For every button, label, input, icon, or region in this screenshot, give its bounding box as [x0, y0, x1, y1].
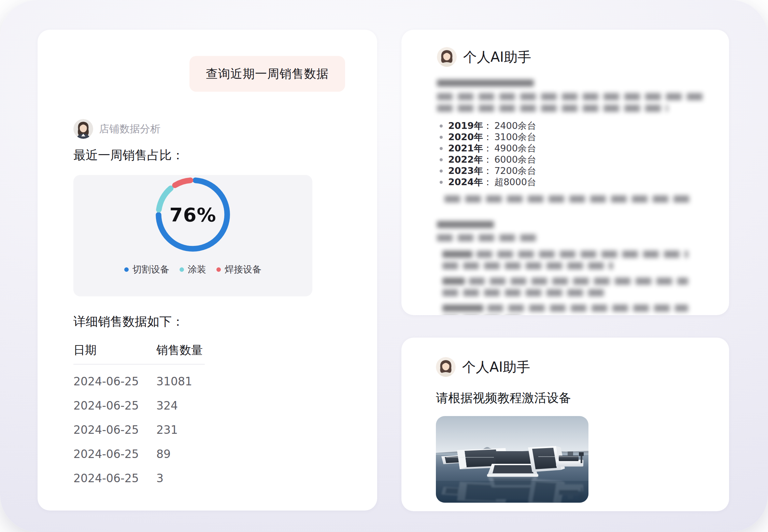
table-cell: 2024-06-25	[73, 472, 156, 485]
legend-label: 涂装	[188, 263, 206, 276]
table-row: 2024-06-25231	[73, 418, 345, 442]
blurred-text-chunk	[437, 105, 668, 112]
blurred-text-line	[442, 289, 609, 296]
year-list-item: 2024年：超8000台	[440, 177, 709, 188]
assistant-message: 请根据视频教程激活设备	[436, 390, 709, 407]
sales-table-header: 日期销售数量	[73, 342, 345, 358]
blurred-text-chunk	[469, 278, 688, 285]
blurred-text-chunk	[442, 289, 609, 296]
year-value: 6000余台	[494, 153, 536, 166]
table-row: 2024-06-2531081	[73, 369, 345, 394]
year-separator: ：	[483, 153, 492, 166]
year-list-item: 2023年：7200余台	[440, 165, 709, 176]
bullet-dot	[440, 147, 443, 150]
legend-dot	[124, 267, 129, 272]
bullet-dot	[440, 169, 443, 173]
table-section-title: 详细销售数据如下：	[73, 313, 345, 330]
ai-assistant-panel: 个人AI助手 2019年：2400余台2020年：3100余台2021年：490…	[401, 30, 729, 315]
blurred-text-line	[437, 105, 668, 112]
legend-item: 焊接设备	[216, 263, 261, 276]
share-section-title: 最近一周销售占比：	[73, 147, 345, 164]
legend-item: 涂装	[180, 263, 206, 276]
store-analysis-panel: 查询近期一周销售数据 店铺数据分析 最近一周销售占比：	[38, 30, 377, 511]
blurred-text-line	[442, 305, 688, 312]
assistant-header: 个人AI助手	[437, 47, 709, 67]
agent-name: 店铺数据分析	[99, 122, 160, 136]
year-list-item: 2021年：4900余台	[440, 143, 709, 154]
blurred-text-line	[442, 278, 688, 285]
legend-label: 焊接设备	[225, 263, 261, 276]
blurred-bold-chunk	[437, 221, 494, 228]
table-row: 2024-06-25324	[73, 394, 345, 418]
sales-table-body: 2024-06-25310812024-06-253242024-06-2523…	[73, 369, 345, 490]
year-label: 2022年	[448, 153, 483, 166]
blurred-text-chunk	[442, 262, 613, 269]
yearly-sales-list: 2019年：2400余台2020年：3100余台2021年：4900余台2022…	[437, 120, 709, 188]
table-cell: 2024-06-25	[73, 399, 156, 412]
assistant-header: 个人AI助手	[436, 357, 709, 377]
table-cell: 231	[156, 423, 345, 437]
table-cell: 89	[156, 447, 345, 461]
year-separator: ：	[483, 176, 492, 188]
user-message-bubble: 查询近期一周销售数据	[189, 56, 345, 92]
video-tutorial-thumbnail[interactable]	[436, 416, 588, 503]
blurred-text-line	[437, 79, 534, 87]
blurred-text-chunk	[444, 195, 690, 203]
blurred-text-line	[437, 93, 707, 100]
chart-legend: 切割设备涂装焊接设备	[73, 263, 312, 276]
blurred-text-chunk	[487, 305, 688, 312]
blurred-intro-text	[437, 79, 709, 112]
blurred-text-chunk	[437, 234, 536, 241]
blurred-bold-chunk	[437, 79, 534, 87]
year-separator: ：	[483, 165, 492, 177]
assistant-avatar	[436, 357, 456, 377]
table-divider	[73, 364, 205, 365]
equipment-scene-image	[436, 416, 588, 503]
table-header-cell: 销售数量	[156, 342, 205, 358]
donut-chart-card: 76% 切割设备涂装焊接设备	[73, 175, 312, 296]
table-header-cell: 日期	[73, 342, 156, 358]
blurred-bold-chunk	[442, 278, 465, 285]
blurred-text-line	[444, 195, 690, 203]
assistant-avatar	[437, 47, 457, 67]
table-cell: 324	[156, 399, 345, 412]
year-list-item: 2020年：3100余台	[440, 132, 709, 143]
blurred-quote-text	[437, 195, 709, 203]
bullet-dot	[440, 136, 443, 139]
year-value: 7200余台	[494, 165, 536, 177]
blurred-text-chunk	[477, 251, 688, 258]
year-label: 2019年	[448, 120, 483, 132]
year-label: 2023年	[448, 165, 483, 177]
ai-assistant-video-panel: 个人AI助手 请根据视频教程激活设备	[401, 338, 729, 511]
app-background: 查询近期一周销售数据 店铺数据分析 最近一周销售占比：	[0, 0, 768, 532]
donut-chart: 76%	[153, 175, 232, 254]
legend-item: 切割设备	[124, 263, 169, 276]
table-row: 2024-06-2589	[73, 442, 345, 466]
blurred-bold-chunk	[442, 251, 472, 258]
donut-center-label: 76%	[153, 175, 232, 254]
blurred-text-line	[437, 234, 536, 241]
assistant-name: 个人AI助手	[463, 48, 531, 66]
year-value: 4900余台	[494, 142, 536, 154]
blurred-section-text	[437, 221, 709, 315]
blurred-text-line	[442, 251, 688, 258]
bullet-dot	[440, 124, 443, 128]
sales-table: 日期销售数量 2024-06-25310812024-06-253242024-…	[73, 342, 345, 490]
bullet-dot	[440, 158, 443, 161]
blurred-text-chunk	[437, 93, 707, 100]
legend-dot	[180, 267, 184, 272]
year-value: 超8000台	[494, 176, 536, 188]
year-label: 2024年	[448, 176, 483, 188]
blurred-text-line	[437, 221, 494, 228]
year-separator: ：	[483, 142, 492, 154]
table-cell: 2024-06-25	[73, 447, 156, 461]
year-separator: ：	[483, 131, 492, 143]
bullet-dot	[440, 181, 443, 184]
assistant-name: 个人AI助手	[462, 358, 530, 376]
blurred-bold-chunk	[442, 305, 483, 312]
year-list-item: 2019年：2400余台	[440, 120, 709, 131]
year-value: 2400余台	[494, 120, 536, 132]
year-label: 2021年	[448, 142, 483, 154]
year-separator: ：	[483, 120, 492, 132]
blurred-text-line	[442, 262, 613, 269]
